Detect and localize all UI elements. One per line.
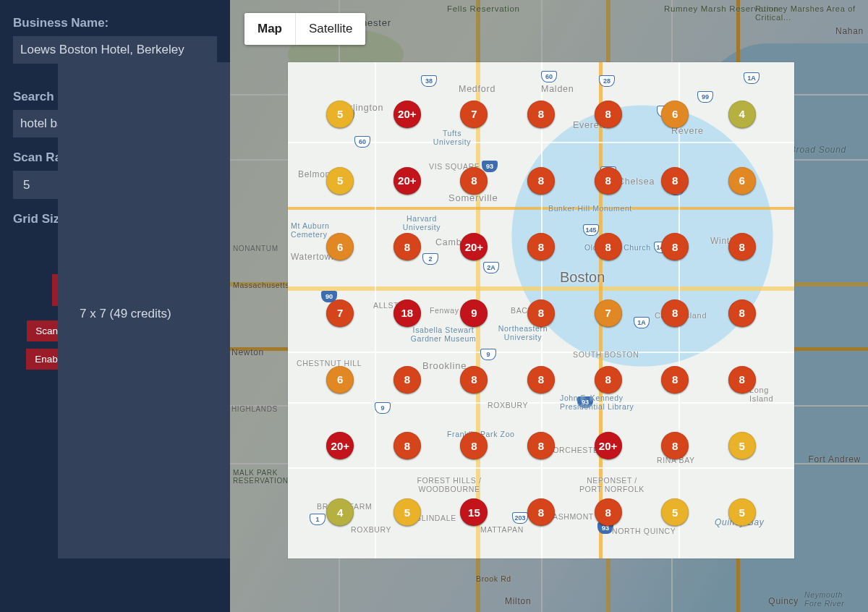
rank-dot[interactable]: 15	[460, 498, 488, 526]
rank-dot[interactable]: 5	[661, 498, 689, 526]
rank-dot[interactable]: 8	[661, 432, 689, 459]
rank-dot[interactable]: 8	[393, 233, 421, 260]
rank-dot[interactable]: 6	[326, 366, 354, 394]
rank-dot[interactable]: 8	[460, 366, 488, 394]
rank-dot[interactable]: 8	[527, 366, 555, 394]
rank-dot[interactable]: 8	[595, 233, 622, 260]
rank-dot[interactable]: 8	[460, 167, 488, 195]
rank-dot[interactable]: 8	[661, 366, 689, 394]
rank-dot[interactable]: 8	[661, 167, 689, 195]
rank-dot[interactable]: 8	[460, 432, 488, 459]
rank-dot[interactable]: 6	[326, 233, 354, 260]
rank-dot[interactable]: 8	[595, 101, 622, 128]
rank-dot[interactable]: 8	[595, 167, 622, 195]
rank-dot[interactable]: 7	[460, 101, 488, 128]
rank-dot[interactable]: 8	[527, 167, 555, 195]
rank-dot[interactable]: 8	[527, 498, 555, 526]
rank-dot[interactable]: 8	[661, 299, 689, 327]
rank-dot[interactable]: 9	[460, 299, 488, 327]
rank-dot[interactable]: 20+	[595, 432, 622, 459]
rank-dot[interactable]: 5	[728, 432, 756, 459]
sidebar: Business Name: Can't find your business?…	[0, 0, 230, 612]
rank-dot[interactable]: 4	[326, 498, 354, 526]
rank-dot[interactable]: 20+	[460, 233, 488, 260]
rank-dot[interactable]: 8	[728, 233, 756, 260]
rank-dot[interactable]: 18	[393, 299, 421, 327]
rank-dot[interactable]: 20+	[393, 167, 421, 195]
rank-dot[interactable]: 7	[326, 299, 354, 327]
rank-dot[interactable]: 5	[326, 167, 354, 195]
rank-dot[interactable]: 8	[393, 432, 421, 459]
rank-dot[interactable]: 7	[595, 299, 622, 327]
rank-dot[interactable]: 8	[595, 366, 622, 394]
rank-dot[interactable]: 8	[728, 366, 756, 394]
rank-dot[interactable]: 8	[661, 233, 689, 260]
rank-dot[interactable]: 8	[527, 299, 555, 327]
rank-dot[interactable]: 6	[728, 167, 756, 195]
rank-dot[interactable]: 8	[527, 432, 555, 459]
map-canvas[interactable]: Winchester Fells Reservation Rumney Mars…	[230, 0, 868, 612]
rank-dot[interactable]: 4	[728, 101, 756, 128]
rank-dot[interactable]: 8	[527, 101, 555, 128]
rank-dot[interactable]: 5	[393, 498, 421, 526]
business-name-input[interactable]	[13, 36, 217, 64]
rank-dot[interactable]: 5	[326, 101, 354, 128]
map-type-map[interactable]: Map	[244, 13, 295, 45]
rank-dot[interactable]: 5	[728, 498, 756, 526]
rank-grid: 520+78864520+888866820+88887189878868888…	[288, 62, 794, 558]
rank-dot[interactable]: 8	[393, 366, 421, 394]
map-type-toggle: Map Satellite	[244, 13, 365, 45]
rank-dot[interactable]: 8	[527, 233, 555, 260]
rank-dot[interactable]: 8	[595, 498, 622, 526]
business-name-label: Business Name:	[13, 16, 217, 30]
rank-dot[interactable]: 8	[728, 299, 756, 327]
rank-dot[interactable]: 6	[661, 101, 689, 128]
map-type-satellite[interactable]: Satellite	[295, 13, 365, 45]
rank-dot[interactable]: 20+	[393, 101, 421, 128]
rank-dot[interactable]: 20+	[326, 432, 354, 459]
